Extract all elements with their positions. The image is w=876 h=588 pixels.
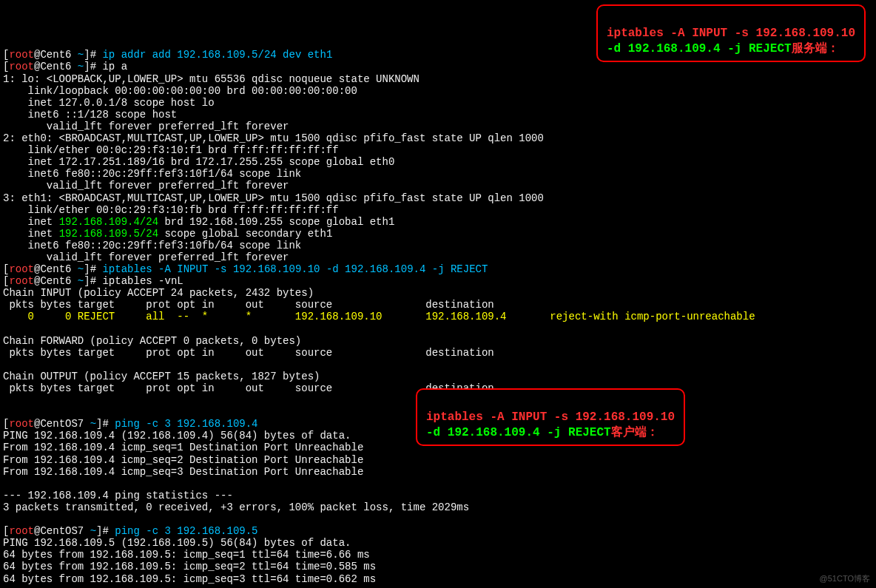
output-line: 2: eth0: <BROADCAST,MULTICAST,UP,LOWER_U… [3, 132, 544, 144]
output-line: inet6 ::1/128 scope host [3, 109, 177, 121]
output-line: Chain OUTPUT (policy ACCEPT 15 packets, … [3, 371, 320, 382]
output-line: inet 192.168.109.5/24 scope global secon… [3, 228, 332, 240]
output-line: link/loopback 00:00:00:00:00:00 brd 00:0… [3, 85, 357, 97]
output-line: inet6 fe80::20c:29ff:fef3:10fb/64 scope … [3, 240, 301, 251]
output-line: From 192.168.109.4 icmp_seq=3 Destinatio… [3, 466, 363, 478]
output-line: link/ether 00:0c:29:f3:10:fb brd ff:ff:f… [3, 204, 339, 216]
output-line: 64 bytes from 192.168.109.5: icmp_seq=3 … [3, 573, 376, 585]
output-line: PING 192.168.109.4 (192.168.109.4) 56(84… [3, 430, 351, 442]
output-line: From 192.168.109.4 icmp_seq=2 Destinatio… [3, 454, 363, 466]
command: ip a [102, 61, 127, 72]
output-line: 64 bytes from 192.168.109.5: icmp_seq=2 … [3, 561, 376, 572]
output-line: 3: eth1: <BROADCAST,MULTICAST,UP,LOWER_U… [3, 192, 544, 204]
output-line: valid_lft forever preferred_lft forever [3, 180, 289, 192]
output-line: Chain INPUT (policy ACCEPT 24 packets, 2… [3, 287, 314, 299]
prompt: [root@Cent6 ~]# [3, 275, 102, 287]
command: iptables -vnL [102, 275, 183, 287]
output-line: 3 packets transmitted, 0 received, +3 er… [3, 501, 469, 513]
terminal-output[interactable]: [root@Cent6 ~]# ip addr add 192.168.109.… [3, 49, 873, 588]
prompt: [root@Cent6 ~]# [3, 263, 102, 275]
watermark: @51CTO博客 [820, 574, 870, 584]
prompt: [root@CentOS7 ~]# [3, 525, 115, 537]
prompt: [root@Cent6 ~]# [3, 49, 102, 61]
output-line: link/ether 00:0c:29:f3:10:f1 brd ff:ff:f… [3, 144, 339, 156]
output-line: --- 192.168.109.4 ping statistics --- [3, 490, 233, 501]
output-line-highlighted: 0 0 REJECT all -- * * 192.168.109.10 192… [3, 311, 755, 322]
annotation-client: iptables -A INPUT -s 192.168.109.10 -d 1… [416, 388, 685, 446]
command: ip addr add 192.168.109.5/24 dev eth1 [102, 49, 332, 61]
prompt: [root@Cent6 ~]# [3, 61, 102, 72]
output-line: inet 127.0.0.1/8 scope host lo [3, 97, 215, 109]
output-line: inet6 fe80::20c:29ff:fef3:10f1/64 scope … [3, 168, 301, 180]
output-line: valid_lft forever preferred_lft forever [3, 121, 289, 132]
command: iptables -A INPUT -s 192.168.109.10 -d 1… [102, 263, 488, 275]
command: ping -c 3 192.168.109.4 [115, 418, 257, 430]
output-line: inet 172.17.251.189/16 brd 172.17.255.25… [3, 156, 394, 168]
command: ping -c 3 192.168.109.5 [115, 525, 257, 537]
output-line: pkts bytes target prot opt in out source… [3, 299, 494, 311]
output-line: From 192.168.109.4 icmp_seq=1 Destinatio… [3, 442, 363, 453]
output-line: 1: lo: <LOOPBACK,UP,LOWER_UP> mtu 65536 … [3, 73, 420, 85]
output-line: inet 192.168.109.4/24 brd 192.168.109.25… [3, 216, 394, 228]
output-line: Chain FORWARD (policy ACCEPT 0 packets, … [3, 335, 301, 347]
output-line: 64 bytes from 192.168.109.5: icmp_seq=1 … [3, 549, 370, 561]
annotation-server: iptables -A INPUT -s 192.168.109.10 -d 1… [596, 4, 866, 62]
output-line: pkts bytes target prot opt in out source… [3, 347, 494, 359]
prompt: [root@CentOS7 ~]# [3, 418, 115, 430]
output-line: PING 192.168.109.5 (192.168.109.5) 56(84… [3, 537, 351, 549]
output-line: valid_lft forever preferred_lft forever [3, 251, 289, 263]
